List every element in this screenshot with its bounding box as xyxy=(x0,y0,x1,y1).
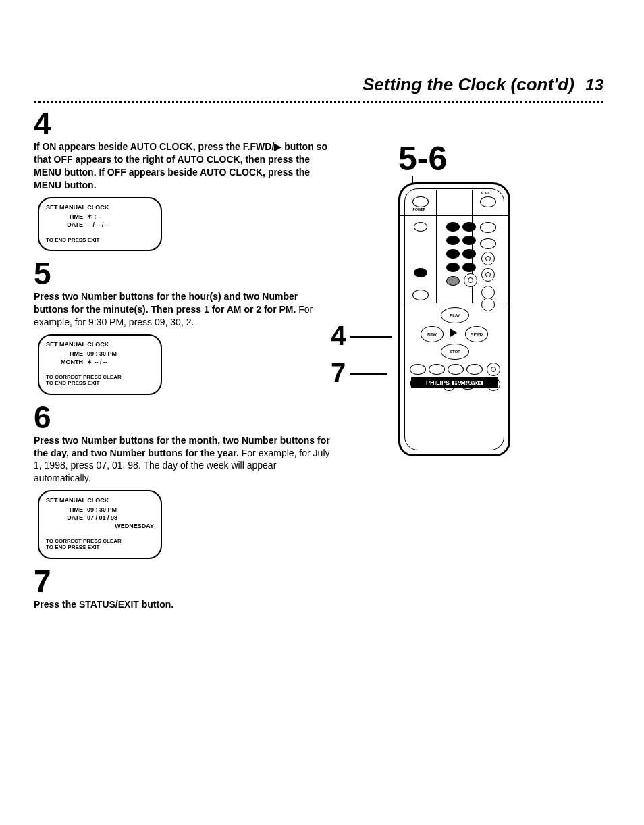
brand-strip: PHILIPS MAGNAVOX xyxy=(411,377,498,388)
step-6-text: Press two Number buttons for the month, … xyxy=(34,434,331,485)
screen-3-footer: TO CORRECT PRESS CLEAR TO END PRESS EXIT xyxy=(46,539,154,551)
num-3-button[interactable] xyxy=(446,236,460,245)
screen-1-title: SET MANUAL CLOCK xyxy=(46,204,154,211)
ch-dn-button[interactable] xyxy=(480,238,496,249)
screen-3-date-value: 07 / 01 / 98 xyxy=(87,514,154,521)
step-7-text: Press the STATUS/EXIT button. xyxy=(34,598,331,611)
num-6-button[interactable] xyxy=(462,249,476,259)
row3-btn-3[interactable] xyxy=(448,364,464,375)
step-4-text: If ON appears beside AUTO CLOCK, press t… xyxy=(34,140,331,192)
screen-2-time-value: 09 : 30 PM xyxy=(87,350,154,357)
screen-1-date-label: DATE xyxy=(46,221,87,228)
rec-button[interactable] xyxy=(414,268,427,277)
num-7-button[interactable] xyxy=(446,263,460,272)
row3-btn-4[interactable] xyxy=(466,364,483,375)
screen-3-title: SET MANUAL CLOCK xyxy=(46,497,154,504)
num-9-button[interactable] xyxy=(446,276,460,286)
rew-button[interactable]: REW xyxy=(421,326,444,342)
eject-label: EJECT xyxy=(477,191,497,195)
pause-button[interactable] xyxy=(464,273,477,287)
mute-button[interactable] xyxy=(481,252,495,265)
step-4-number: 4 xyxy=(34,108,331,139)
row3-btn-1[interactable] xyxy=(410,364,426,375)
screen-3-time-label: TIME xyxy=(46,506,87,513)
screen-2-title: SET MANUAL CLOCK xyxy=(46,341,154,348)
eject-button[interactable] xyxy=(480,196,496,207)
menu-button[interactable] xyxy=(412,290,429,300)
screen-2-footer: TO CORRECT PRESS CLEAR TO END PRESS EXIT xyxy=(46,375,154,387)
callout-4: 4 xyxy=(331,321,346,351)
screen-1: SET MANUAL CLOCK TIME ✶ : -- DATE -- / -… xyxy=(38,197,162,252)
stop-button[interactable]: STOP xyxy=(441,344,469,360)
screen-2-month-value: ✶ -- / -- xyxy=(87,358,154,365)
num-1-button[interactable] xyxy=(446,222,460,232)
num-5-button[interactable] xyxy=(446,249,460,259)
screen-3-date-label: DATE xyxy=(46,514,87,521)
play-button[interactable]: PLAY xyxy=(441,307,469,323)
remote-control: POWER EJECT xyxy=(398,182,510,456)
step-5-text: Press two Number buttons for the hour(s)… xyxy=(34,290,331,329)
num-8-button[interactable] xyxy=(462,263,476,272)
ffwd-button[interactable]: F.FWD xyxy=(465,326,488,342)
brand-philips: PHILIPS xyxy=(426,379,450,386)
rec-mode-button[interactable] xyxy=(481,268,495,282)
nav-ring: PLAY STOP REW F.FWD xyxy=(422,307,487,360)
screen-1-time-value: ✶ : -- xyxy=(87,213,154,220)
step-7-number: 7 xyxy=(34,566,331,597)
display-button[interactable] xyxy=(414,222,427,232)
screen-3: SET MANUAL CLOCK TIME 09 : 30 PM DATE 07… xyxy=(38,490,162,559)
brand-magnavox: MAGNAVOX xyxy=(452,381,483,385)
screen-3-time-value: 09 : 30 PM xyxy=(87,506,154,513)
screen-2: SET MANUAL CLOCK TIME 09 : 30 PM MONTH ✶… xyxy=(38,334,162,395)
callout-5-6: 5-6 xyxy=(398,142,603,176)
screen-1-time-label: TIME xyxy=(46,213,87,220)
divider xyxy=(34,101,603,103)
step-6-number: 6 xyxy=(34,402,331,433)
remote-diagram: 5-6 4 7 POWER EJECT xyxy=(331,108,603,456)
screen-1-date-value: -- / -- / -- xyxy=(87,221,154,228)
screen-3-weekday: WEDNESDAY xyxy=(87,523,154,529)
num-4-button[interactable] xyxy=(462,236,476,245)
num-2-button[interactable] xyxy=(462,222,476,232)
callout-7: 7 xyxy=(331,358,346,388)
page-title: Setting the Clock (cont'd) xyxy=(363,74,574,95)
screen-1-footer: TO END PRESS EXIT xyxy=(46,238,154,244)
row3-btn-5[interactable] xyxy=(487,363,500,376)
power-button[interactable] xyxy=(412,196,429,207)
step-5-number: 5 xyxy=(34,258,331,289)
screen-2-time-label: TIME xyxy=(46,350,87,357)
vol-up-button[interactable] xyxy=(481,286,495,299)
row3-btn-2[interactable] xyxy=(429,364,445,375)
power-label: POWER xyxy=(409,207,429,211)
screen-2-month-label: MONTH xyxy=(46,358,87,365)
page-number: 13 xyxy=(585,76,603,94)
ch-up-button[interactable] xyxy=(480,222,496,233)
instructions-column: 4 If ON appears beside AUTO CLOCK, press… xyxy=(34,108,331,616)
play-icon xyxy=(450,329,457,337)
